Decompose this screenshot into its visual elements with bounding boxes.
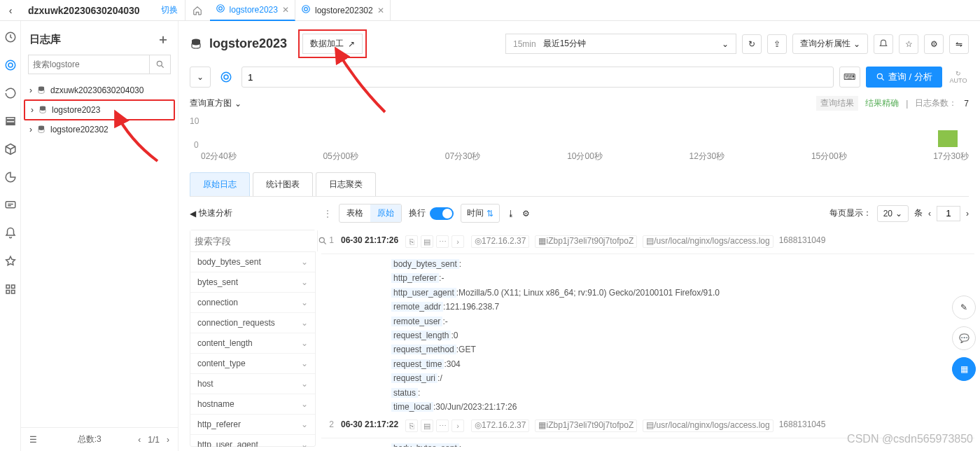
chevron-down-icon: ⌄ bbox=[301, 257, 308, 267]
search-button[interactable] bbox=[150, 55, 171, 74]
apps-float-button[interactable]: ▦ bbox=[952, 357, 976, 381]
watermark: CSDN @csdn565973850 bbox=[847, 433, 973, 445]
wrap-toggle[interactable] bbox=[430, 207, 454, 220]
sidebar: 日志库 ＋ ›dzxuwk20230630204030›logstore2023… bbox=[21, 21, 178, 451]
field-bytes_sent[interactable]: bytes_sent⌄ bbox=[190, 272, 315, 293]
query-button[interactable]: 查询 / 分析 bbox=[866, 67, 942, 88]
copy-icon[interactable]: ⎘ bbox=[405, 419, 418, 432]
more-icon[interactable]: ⋮ bbox=[323, 209, 332, 218]
gear-icon[interactable]: ⚙ bbox=[522, 209, 530, 218]
sidebar-item-logstore2023[interactable]: ›logstore2023 bbox=[24, 99, 175, 120]
prev-page[interactable]: ‹ bbox=[928, 209, 931, 218]
close-icon[interactable]: ✕ bbox=[377, 6, 384, 15]
bell-icon[interactable] bbox=[4, 227, 17, 240]
field-connection[interactable]: connection⌄ bbox=[190, 293, 315, 313]
field-http_user_agent[interactable]: http_user_agent⌄ bbox=[190, 435, 315, 447]
expand-icon[interactable]: › bbox=[451, 235, 464, 248]
field-label: http_user_agent bbox=[197, 440, 258, 447]
menu-icon[interactable]: ☰ bbox=[29, 435, 41, 445]
more-icon[interactable]: ⋯ bbox=[436, 419, 449, 432]
alert-button[interactable] bbox=[874, 34, 893, 54]
field-content_length[interactable]: content_length⌄ bbox=[190, 333, 315, 354]
x-tick: 17分30秒 bbox=[933, 151, 969, 162]
kv-key: request_uri bbox=[391, 373, 438, 383]
per-page-select[interactable]: 20 ⌄ bbox=[877, 205, 909, 222]
query-attr-button[interactable]: 查询分析属性 ⌄ bbox=[792, 34, 868, 54]
download-icon[interactable]: ⭳ bbox=[507, 209, 515, 218]
query-icon[interactable] bbox=[4, 59, 17, 71]
next-page[interactable]: › bbox=[167, 435, 169, 445]
time-range-select[interactable]: 15min 最近15分钟 ⌄ bbox=[505, 34, 736, 54]
tab-logstore202302[interactable]: logstore202302 ✕ bbox=[295, 0, 391, 21]
view-mode-toggle[interactable]: 表格 原始 bbox=[339, 204, 402, 223]
config-button[interactable]: ⇋ bbox=[949, 34, 969, 54]
query-input[interactable] bbox=[241, 67, 834, 88]
sidebar-item-logstore202302[interactable]: ›logstore202302 bbox=[24, 120, 175, 139]
tab-logstore2023[interactable]: logstore2023 ✕ bbox=[210, 0, 295, 21]
float-buttons: ✎ 💬 ▦ bbox=[952, 296, 976, 381]
refresh-icon[interactable] bbox=[4, 87, 17, 99]
time-sort[interactable]: 时间 ⇅ bbox=[461, 204, 500, 223]
log-host: ▦iZbp1j73eli7t90j7tofpoZ bbox=[535, 235, 637, 248]
context-icon[interactable]: ▤ bbox=[421, 419, 433, 432]
home-tab[interactable] bbox=[185, 0, 210, 21]
prev-page[interactable]: ‹ bbox=[138, 435, 141, 445]
x-tick: 15分00秒 bbox=[811, 151, 847, 162]
sidebar-item-dzxuwk20230630204030[interactable]: ›dzxuwk20230630204030 bbox=[24, 81, 175, 99]
database-icon bbox=[38, 105, 48, 115]
chart-bar[interactable] bbox=[938, 130, 958, 147]
svg-point-6 bbox=[8, 63, 13, 67]
next-page[interactable]: › bbox=[966, 209, 969, 218]
log-count-label: 日志条数： bbox=[915, 97, 957, 109]
list-icon[interactable] bbox=[4, 115, 17, 127]
pie-icon[interactable] bbox=[4, 171, 17, 183]
kv-key: http_user_agent bbox=[391, 288, 456, 298]
save-button[interactable]: ☆ bbox=[899, 34, 918, 54]
keyboard-icon[interactable]: ⌨ bbox=[839, 67, 860, 88]
logstore-search-input[interactable] bbox=[28, 55, 150, 74]
field-connection_requests[interactable]: connection_requests⌄ bbox=[190, 313, 315, 333]
page-input[interactable] bbox=[937, 206, 960, 221]
copy-icon[interactable]: ⎘ bbox=[405, 235, 418, 248]
refresh-button[interactable]: ↻ bbox=[742, 34, 762, 54]
field-http_referer[interactable]: http_referer⌄ bbox=[190, 415, 315, 435]
star-icon[interactable] bbox=[4, 255, 17, 268]
back-button[interactable]: ‹ bbox=[0, 0, 21, 21]
data-process-button[interactable]: 数据加工 ↗ bbox=[302, 34, 363, 54]
query-result-label: 查询结果 bbox=[816, 96, 858, 111]
chat-float-button[interactable]: 💬 bbox=[952, 326, 976, 350]
tab-raw-log[interactable]: 原始日志 bbox=[190, 172, 250, 196]
switch-link[interactable]: 切换 bbox=[161, 4, 178, 16]
share-button[interactable]: ⇪ bbox=[767, 34, 787, 54]
field-hostname[interactable]: hostname⌄ bbox=[190, 394, 315, 415]
time-label: 最近15分钟 bbox=[543, 38, 586, 50]
field-body_bytes_sent[interactable]: body_bytes_sent⌄ bbox=[190, 252, 315, 272]
clock-icon[interactable] bbox=[4, 31, 17, 43]
field-search-input[interactable] bbox=[190, 230, 317, 251]
settings-button[interactable]: ⚙ bbox=[924, 34, 944, 54]
chevron-down-icon[interactable]: ⌄ bbox=[234, 99, 241, 109]
context-icon[interactable]: ▤ bbox=[421, 235, 433, 248]
view-table[interactable]: 表格 bbox=[340, 204, 370, 222]
message-icon[interactable] bbox=[4, 199, 17, 211]
expand-icon[interactable]: › bbox=[451, 419, 464, 432]
tab-stats[interactable]: 统计图表 bbox=[253, 172, 313, 196]
close-icon[interactable]: ✕ bbox=[282, 5, 289, 15]
field-content_type[interactable]: content_type⌄ bbox=[190, 354, 315, 374]
more-icon[interactable]: ⋯ bbox=[436, 235, 449, 248]
field-host[interactable]: host⌄ bbox=[190, 374, 315, 394]
view-raw[interactable]: 原始 bbox=[370, 204, 401, 222]
add-icon[interactable]: ＋ bbox=[157, 31, 169, 48]
tab-cluster[interactable]: 日志聚类 bbox=[316, 172, 376, 196]
per-page-value: 20 bbox=[883, 209, 892, 218]
cube-icon[interactable] bbox=[4, 143, 17, 155]
chevron-down-icon: ⌄ bbox=[722, 39, 729, 49]
svg-point-22 bbox=[877, 74, 882, 78]
quick-analysis[interactable]: ◀ 快速分析 bbox=[190, 207, 232, 219]
grid-icon[interactable] bbox=[4, 283, 17, 296]
kv-key: http_referer bbox=[391, 273, 439, 283]
edit-float-button[interactable]: ✎ bbox=[952, 296, 976, 319]
query-mode-dropdown[interactable]: ⌄ bbox=[190, 67, 211, 88]
auto-refresh[interactable]: ↻AUTO bbox=[948, 70, 969, 84]
kv-value: :- bbox=[442, 317, 447, 326]
